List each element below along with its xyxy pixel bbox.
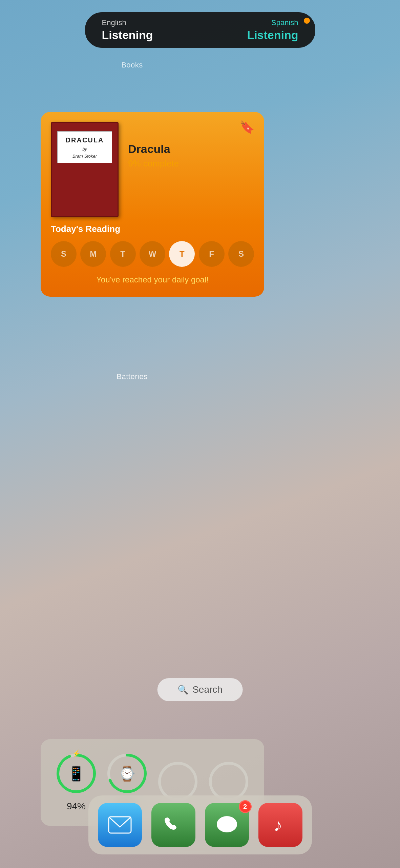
books-widget[interactable]: DRACULA by Bram Stoker Dracula 9% comple… (41, 112, 264, 297)
svg-point-4 (160, 763, 196, 800)
spanish-section: Spanish Listening (247, 18, 298, 42)
today-reading-label: Today's Reading (51, 224, 254, 234)
day-circle-s-0: S (51, 241, 77, 267)
lightning-icon: ⚡ (72, 749, 81, 757)
dock-icon-messages[interactable]: 2Messages (205, 803, 249, 847)
language-bar: English Listening Spanish Listening (85, 12, 315, 48)
books-widget-area: DRACULA by Bram Stoker Dracula 9% comple… (20, 56, 244, 70)
svg-text:♪: ♪ (274, 815, 282, 835)
day-circle-t-2: T (110, 241, 136, 267)
book-name: Dracula (128, 142, 254, 156)
day-circle-m-1: M (80, 241, 106, 267)
dock-icon-mail[interactable]: Mail (98, 803, 142, 847)
books-top: DRACULA by Bram Stoker Dracula 9% comple… (41, 112, 264, 224)
svg-point-7 (217, 816, 237, 832)
book-progress: 9% complete (128, 158, 254, 169)
book-cover-label: DRACULA by Bram Stoker (57, 131, 112, 163)
book-cover-title: DRACULA (60, 136, 109, 144)
day-circle-s-6: S (228, 241, 254, 267)
book-cover-by: by (60, 146, 109, 152)
batteries-widget-label: Batteries (20, 372, 244, 381)
goal-text: You've reached your daily goal! (51, 275, 254, 284)
day-circle-f-5: F (199, 241, 225, 267)
day-circle-t-4: T (169, 241, 195, 267)
battery-percent-0: 94% (67, 801, 86, 812)
svg-point-5 (210, 763, 247, 800)
day-circle-w-3: W (140, 241, 165, 267)
book-info: Dracula 9% complete (128, 122, 254, 169)
dock: Mail Phone 2Messages ♪ Music (88, 795, 312, 854)
days-row: SMTWTFS (51, 241, 254, 267)
books-widget-label: Books (20, 61, 244, 70)
bookmark-icon: 🔖 (239, 120, 255, 134)
books-bottom: Today's Reading SMTWTFS You've reached y… (41, 224, 264, 284)
orange-dot (304, 18, 310, 24)
batteries-widget-area: ⚡ 📱 94% ⌚ 69% Batteries (20, 370, 244, 381)
english-label: English (102, 18, 153, 27)
badge-messages: 2 (239, 800, 252, 813)
book-cover: DRACULA by Bram Stoker (51, 122, 119, 217)
spanish-label: Spanish (247, 18, 298, 27)
english-section: English Listening (102, 18, 153, 42)
search-icon: 🔍 (177, 685, 188, 695)
battery-device-icon: 📱 (67, 765, 85, 782)
search-label: Search (192, 684, 223, 695)
battery-device-icon: ⌚ (118, 765, 136, 782)
battery-ring-1: ⌚ (105, 751, 149, 795)
spanish-title: Listening (247, 28, 298, 42)
search-button[interactable]: 🔍 Search (157, 678, 243, 701)
dock-icon-music[interactable]: ♪ Music (258, 803, 302, 847)
book-cover-author: Bram Stoker (60, 154, 109, 159)
battery-ring-0: ⚡ 📱 (54, 751, 98, 795)
english-title: Listening (102, 28, 153, 42)
dock-icon-phone[interactable]: Phone (151, 803, 195, 847)
